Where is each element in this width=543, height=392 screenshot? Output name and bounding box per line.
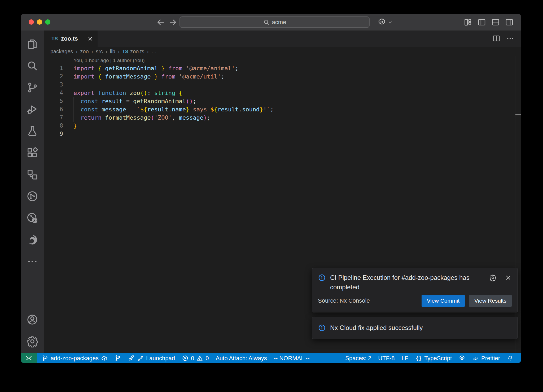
activity-edge-tools-icon[interactable] — [26, 234, 38, 246]
activity-accounts-icon[interactable] — [26, 313, 38, 326]
plug-icon — [137, 355, 144, 361]
breadcrumb-item[interactable]: src — [96, 49, 103, 55]
layout-controls — [463, 18, 514, 27]
git-branch-icon — [42, 355, 48, 361]
status-copilot[interactable] — [455, 353, 469, 363]
minimize-window-button[interactable] — [37, 19, 42, 25]
activity-nx-cloud-icon[interactable] — [26, 212, 38, 224]
notification-source: Source: Nx Console — [318, 297, 422, 304]
notification-toast-nx-cloud: Nx Cloud fix applied successfully — [312, 317, 518, 339]
activity-search-icon[interactable] — [26, 60, 38, 72]
warning-icon — [196, 355, 203, 361]
status-language[interactable]: { }TypeScript — [412, 353, 455, 363]
back-arrow-icon[interactable] — [156, 18, 165, 27]
tab-zoo-ts[interactable]: TS zoo.ts — [44, 31, 98, 47]
notification-settings-icon[interactable] — [489, 274, 496, 281]
double-check-icon — [472, 355, 479, 361]
code-line-7: 7 return formatMessage('ZOO', message); — [44, 114, 521, 122]
typescript-file-icon: TS — [51, 36, 58, 42]
notification-message: Nx Cloud fix applied successfully — [330, 324, 423, 332]
breadcrumb-item[interactable]: … — [151, 49, 157, 55]
status-launchpad[interactable]: Launchpad — [125, 353, 178, 363]
status-bar: add-zoo-packagesLaunchpad00Auto Attach: … — [21, 353, 521, 363]
search-icon — [263, 19, 270, 26]
activity-nx-console-icon[interactable] — [26, 190, 38, 202]
notification-toast-ci: CI Pipeline Execution for #add-zoo-packa… — [312, 268, 518, 312]
breadcrumb-separator: › — [76, 49, 78, 55]
screen: acme TS zoo.ts — [0, 0, 543, 392]
status-branch[interactable]: add-zoo-packages — [38, 353, 111, 363]
activity-run-debug-icon[interactable] — [26, 103, 38, 115]
command-center-search[interactable]: acme — [179, 16, 370, 28]
pipeline-icon — [115, 355, 121, 361]
view-results-button[interactable]: View Results — [469, 295, 512, 307]
more-actions-icon[interactable] — [506, 34, 514, 43]
breadcrumb-separator: › — [118, 49, 120, 55]
status-indentation[interactable]: Spaces: 2 — [342, 353, 375, 363]
breadcrumb-item[interactable]: packages — [50, 49, 73, 55]
copilot-icon — [459, 355, 465, 361]
code-line-4: 4export function zoo(): string { — [44, 89, 521, 97]
split-editor-icon[interactable] — [492, 34, 501, 43]
vscode-window: acme TS zoo.ts — [21, 14, 521, 363]
error-icon — [182, 355, 189, 361]
status-formatter[interactable]: Prettier — [469, 353, 503, 363]
editor-actions — [492, 34, 514, 43]
breadcrumb-item[interactable]: TSzoo.ts — [122, 49, 144, 55]
panel-bottom-icon[interactable] — [491, 18, 500, 27]
titlebar: acme — [21, 14, 521, 31]
status-pipeline[interactable] — [111, 353, 125, 363]
notification-message: CI Pipeline Execution for #add-zoo-packa… — [330, 273, 485, 292]
copilot-icon — [377, 18, 386, 27]
activity-explorer-icon[interactable] — [26, 38, 38, 50]
sidebar-right-icon[interactable] — [505, 18, 514, 27]
copilot-menu[interactable] — [377, 18, 393, 27]
rocket-icon — [128, 355, 135, 361]
code-line-9: 9 — [44, 130, 521, 138]
blame-annotation: You, 1 hour ago | 1 author (You) — [73, 58, 145, 63]
code-line-1: 1import { getRandomAnimal } from '@acme/… — [44, 64, 521, 72]
zoom-window-button[interactable] — [45, 19, 50, 25]
activity-extensions-icon[interactable] — [26, 147, 38, 159]
tab-label: zoo.ts — [61, 35, 84, 42]
activity-bar — [21, 31, 44, 353]
code-line-3: 3 — [44, 81, 521, 89]
activity-settings-icon[interactable] — [26, 335, 38, 347]
traffic-lights — [29, 19, 50, 25]
tab-close-icon[interactable] — [87, 36, 93, 42]
activity-source-control-icon[interactable] — [26, 81, 38, 94]
code-line-8: 8} — [44, 122, 521, 130]
activity-more-views-icon[interactable] — [26, 255, 38, 268]
forward-arrow-icon[interactable] — [168, 18, 178, 27]
breadcrumb: packages›zoo›src›lib›TSzoo.ts›… — [44, 47, 521, 56]
notification-close-icon[interactable] — [505, 274, 512, 281]
code-line-2: 2import { formatMessage } from '@acme/ut… — [44, 72, 521, 81]
typescript-file-icon: TS — [122, 49, 128, 54]
cloud-upload-icon — [101, 355, 108, 361]
status-auto-attach[interactable]: Auto Attach: Always — [212, 353, 270, 363]
activity-testing-icon[interactable] — [26, 125, 38, 137]
close-window-button[interactable] — [29, 19, 34, 25]
braces-icon: { } — [415, 355, 422, 361]
breadcrumb-item[interactable]: lib — [110, 49, 115, 55]
status-notifications-bell[interactable] — [503, 353, 517, 363]
view-commit-button[interactable]: View Commit — [422, 295, 465, 307]
search-value: acme — [272, 19, 286, 26]
breadcrumb-separator: › — [91, 49, 93, 55]
activity-references-icon[interactable] — [26, 168, 38, 181]
status-vim-mode[interactable]: -- NORMAL -- — [270, 353, 313, 363]
info-icon — [318, 324, 326, 332]
status-encoding[interactable]: UTF-8 — [375, 353, 398, 363]
chevron-down-icon — [387, 19, 393, 25]
breadcrumb-item[interactable]: zoo — [80, 49, 89, 55]
code-line-6: 6 const message = `${result.name} says $… — [44, 105, 521, 114]
sidebar-left-icon[interactable] — [477, 18, 486, 27]
code-line-5: 5 const result = getRandomAnimal(); — [44, 97, 521, 105]
customize-layout-icon[interactable] — [463, 18, 472, 27]
status-eol[interactable]: LF — [398, 353, 412, 363]
bell-icon — [507, 355, 514, 361]
remote-icon — [25, 355, 33, 362]
text-cursor — [74, 130, 74, 138]
remote-indicator[interactable] — [21, 353, 37, 363]
status-problems[interactable]: 00 — [178, 353, 212, 363]
